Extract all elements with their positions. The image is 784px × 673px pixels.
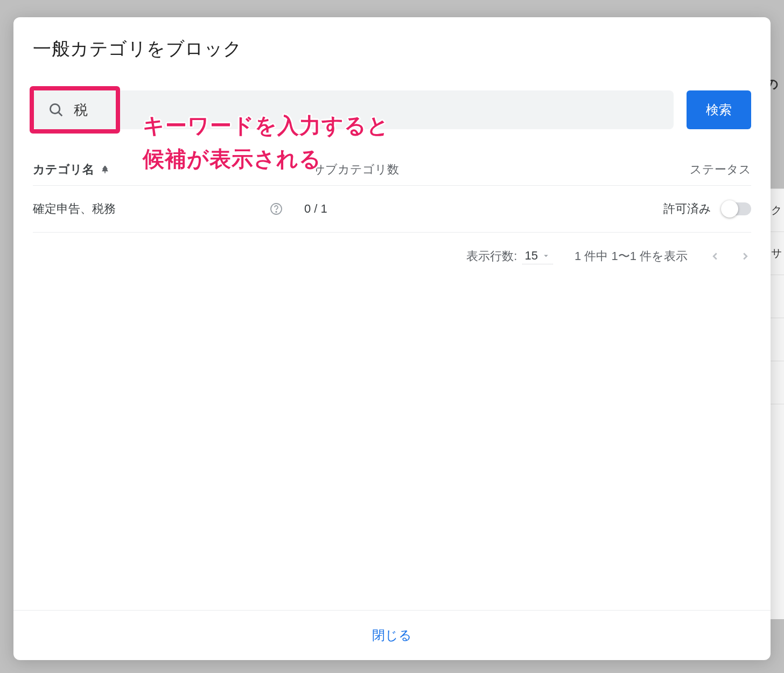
svg-line-1 [59, 113, 62, 116]
cell-category[interactable]: 確定申告、税務 [33, 201, 270, 217]
table-header: カテゴリ名 サブカテゴリ数 ステータス [33, 154, 751, 185]
next-page-button[interactable] [739, 250, 751, 262]
sort-ascending-icon [100, 164, 110, 175]
chevron-down-icon [541, 251, 551, 261]
cell-status: 許可済み [611, 201, 751, 217]
column-header-subcategory[interactable]: サブカテゴリ数 [270, 162, 643, 178]
column-header-category-label: カテゴリ名 [33, 162, 94, 178]
search-row: 検索 [33, 90, 751, 129]
rows-per-page-label: 表示行数: [466, 248, 517, 264]
backdrop-frag-5 [770, 361, 784, 404]
backdrop-frag-1: ク [770, 188, 784, 232]
previous-page-button[interactable] [709, 250, 721, 262]
pagination-range: 1 件中 1〜1 件を表示 [575, 248, 688, 264]
help-icon[interactable] [270, 202, 283, 215]
rows-per-page-value: 15 [524, 249, 537, 263]
column-header-category[interactable]: カテゴリ名 [33, 162, 270, 178]
table-row: 確定申告、税務 0 / 1 許可済み [33, 185, 751, 233]
pagination-bar: 表示行数: 15 1 件中 1〜1 件を表示 [33, 233, 751, 279]
block-category-modal: 一般カテゴリをブロック 検索 キーワードを入力すると 候補が表示される カテゴリ… [13, 17, 771, 660]
rows-per-page: 表示行数: 15 [466, 248, 553, 264]
modal-footer: 閉じる [13, 610, 771, 660]
toggle-knob [721, 200, 738, 218]
svg-point-0 [50, 104, 60, 114]
search-box[interactable] [33, 90, 674, 129]
chevron-left-icon [709, 250, 721, 262]
search-input[interactable] [74, 90, 674, 129]
backdrop-frag-2: サ [770, 232, 784, 275]
column-header-status[interactable]: ステータス [643, 162, 751, 178]
rows-per-page-select[interactable]: 15 [522, 248, 552, 264]
backdrop-frag-4 [770, 318, 784, 361]
chevron-right-icon [739, 250, 751, 262]
backdrop-frag-3 [770, 275, 784, 318]
svg-point-3 [276, 212, 277, 213]
cell-subcategory-count: 0 / 1 [304, 202, 611, 216]
status-label: 許可済み [663, 201, 711, 217]
close-button[interactable]: 閉じる [372, 627, 412, 644]
pagination-nav [709, 250, 751, 262]
cell-category-text: 確定申告、税務 [33, 201, 116, 217]
search-icon [33, 102, 74, 118]
search-button[interactable]: 検索 [687, 90, 751, 129]
backdrop-sidebar-fragment: ク サ [770, 188, 784, 619]
column-header-subcategory-label: サブカテゴリ数 [313, 163, 399, 176]
modal-title: 一般カテゴリをブロック [33, 37, 751, 61]
backdrop-frag-6 [770, 404, 784, 447]
status-toggle[interactable] [722, 202, 751, 215]
